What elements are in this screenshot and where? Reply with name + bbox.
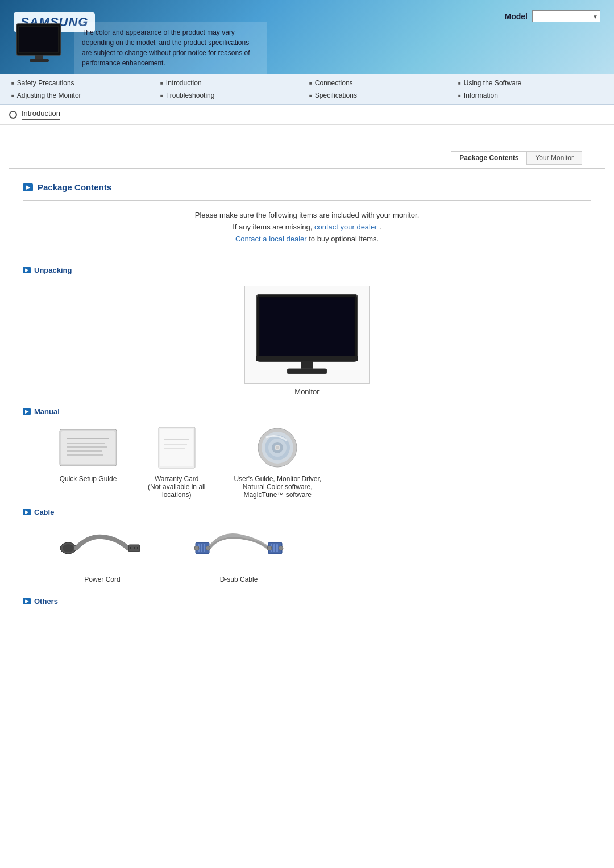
svg-point-32: [63, 544, 74, 552]
breadcrumb-label[interactable]: Introduction: [22, 109, 60, 120]
unpacking-title: Unpacking: [34, 266, 72, 274]
power-cord-image: [57, 525, 148, 571]
svg-rect-39: [201, 544, 202, 552]
nav-item-introduction[interactable]: Introduction: [158, 78, 307, 88]
breadcrumb-bar: Introduction: [0, 105, 614, 125]
package-contents-header: ▶ Package Contents: [23, 182, 591, 192]
nav-item-connections[interactable]: Connections: [307, 78, 456, 88]
svg-point-30: [276, 446, 279, 449]
svg-point-46: [206, 546, 210, 550]
nav-item-safety[interactable]: Safety Precautions: [9, 78, 158, 88]
svg-point-48: [279, 546, 283, 550]
manual-item-1: Warranty Card(Not available in alllocati…: [148, 425, 205, 499]
cable-title: Cable: [34, 508, 54, 516]
header-description: The color and appearance of the product …: [82, 27, 259, 68]
cable-icon: ▶: [23, 509, 31, 515]
unpacking-subsection: ▶ Unpacking: [23, 266, 591, 274]
svg-rect-43: [273, 544, 275, 552]
main-content: ▶ Package Contents Please make sure the …: [0, 169, 614, 619]
tab-package-contents[interactable]: Package Contents: [451, 151, 527, 165]
svg-rect-13: [61, 431, 115, 464]
content-tabs: Package Contents Your Monitor: [9, 142, 605, 169]
monitor-image-box: [244, 286, 370, 384]
cable-items-grid: Power Cord: [57, 525, 591, 583]
contact-dealer-link[interactable]: contact your dealer: [314, 223, 377, 231]
manual-icon: ▶: [23, 408, 31, 415]
cable-item-1: D-sub Cable: [193, 525, 284, 583]
svg-point-47: [267, 546, 272, 550]
model-label: Model: [505, 12, 528, 21]
breadcrumb-icon: [9, 111, 17, 119]
cable-label-0: Power Cord: [84, 575, 120, 583]
manual-item-2: User's Guide, Monitor Driver,Natural Col…: [234, 425, 321, 499]
software-cd-image: [252, 425, 303, 470]
header-monitor-illustration: [14, 23, 65, 65]
svg-rect-10: [301, 361, 313, 369]
manual-item-0: Quick Setup Guide: [57, 425, 119, 483]
nav-item-information[interactable]: Information: [456, 90, 605, 101]
local-dealer-link[interactable]: Contact a local dealer: [235, 235, 307, 243]
info-line-1: Please make sure the following items are…: [32, 210, 582, 222]
svg-rect-44: [276, 544, 278, 552]
monitor-illustration: [251, 292, 363, 376]
manual-label-0: Quick Setup Guide: [60, 475, 117, 483]
cable-subsection: ▶ Cable: [23, 508, 591, 516]
model-dropdown-wrapper[interactable]: [532, 10, 600, 22]
svg-rect-4: [30, 59, 49, 62]
nav-item-specifications[interactable]: Specifications: [307, 90, 456, 101]
monitor-label: Monitor: [23, 387, 591, 396]
svg-rect-20: [160, 429, 193, 466]
manual-title: Manual: [34, 407, 60, 416]
cable-label-1: D-sub Cable: [220, 575, 258, 583]
others-icon: ▶: [23, 598, 31, 604]
info-line-2: If any items are missing, contact your d…: [32, 222, 582, 233]
quick-setup-guide-image: [57, 425, 119, 470]
package-contents-icon: ▶: [23, 183, 33, 191]
model-section: Model: [505, 10, 600, 22]
cable-item-0: Power Cord: [57, 525, 148, 583]
svg-rect-2: [19, 27, 58, 52]
dsub-cable-image: [193, 525, 284, 571]
svg-point-45: [194, 546, 199, 550]
others-subsection: ▶ Others: [23, 597, 591, 606]
nav-item-troubleshooting[interactable]: Troubleshooting: [158, 90, 307, 101]
info-line-3: Contact a local dealer to buy optional i…: [32, 233, 582, 245]
svg-rect-11: [287, 369, 327, 374]
package-info-box: Please make sure the following items are…: [23, 200, 591, 254]
package-contents-title: Package Contents: [38, 182, 111, 192]
others-title: Others: [34, 597, 58, 606]
manual-label-1: Warranty Card(Not available in alllocati…: [148, 475, 205, 499]
svg-rect-3: [35, 55, 43, 60]
page-header: SAMSUNG Model The color and appearance o…: [0, 0, 614, 74]
svg-rect-8: [260, 298, 354, 357]
unpacking-icon: ▶: [23, 267, 31, 273]
svg-rect-40: [204, 544, 205, 552]
monitor-image-wrapper: [23, 286, 591, 384]
model-select[interactable]: [532, 10, 600, 22]
tab-your-monitor[interactable]: Your Monitor: [526, 151, 582, 165]
nav-item-adjusting[interactable]: Adjusting the Monitor: [9, 90, 158, 101]
warranty-card-image: [154, 425, 200, 470]
manual-items-grid: Quick Setup Guide Warranty Card(Not avai…: [57, 425, 591, 499]
header-text-box: The color and appearance of the product …: [74, 22, 267, 74]
svg-rect-9: [256, 356, 358, 361]
manual-subsection: ▶ Manual: [23, 407, 591, 416]
manual-label-2: User's Guide, Monitor Driver,Natural Col…: [234, 475, 321, 499]
nav-item-software[interactable]: Using the Software: [456, 78, 605, 88]
navigation-bar: Safety Precautions Introduction Connecti…: [0, 74, 614, 105]
